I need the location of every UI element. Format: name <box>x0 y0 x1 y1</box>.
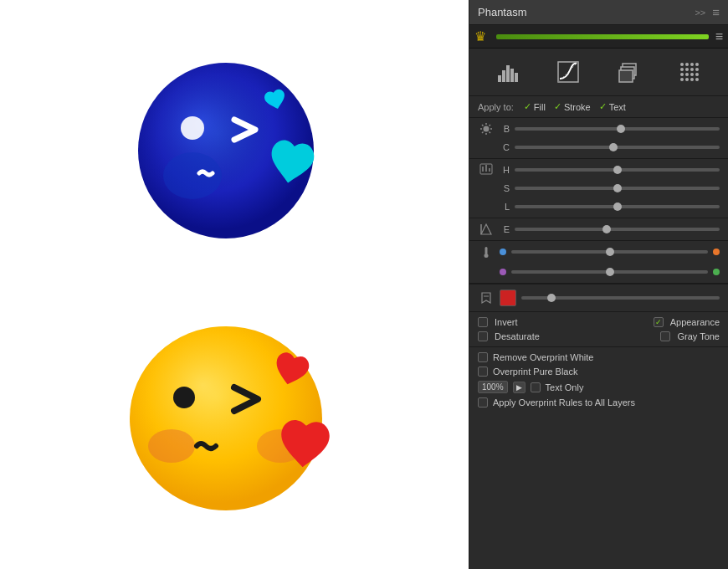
blue-emoji <box>126 46 343 247</box>
svg-point-28 <box>685 73 689 76</box>
swatch-slider[interactable] <box>521 296 720 300</box>
svg-rect-10 <box>502 70 505 82</box>
svg-line-42 <box>490 125 491 126</box>
svg-point-21 <box>690 63 694 66</box>
svg-rect-12 <box>510 69 514 82</box>
apply-overprint-label: Apply Overprint Rules to All Layers <box>493 397 635 408</box>
temperature-thumb-1[interactable] <box>606 248 614 256</box>
fill-checkmark: ✓ <box>524 101 531 112</box>
expand-icon[interactable]: >> <box>695 8 705 18</box>
bottom-options: Remove Overprint White Overprint Pure Bl… <box>469 346 728 413</box>
apply-overprint-checkbox[interactable] <box>478 397 488 408</box>
temperature-thumb-2[interactable] <box>606 268 614 276</box>
remove-overprint-checkbox[interactable] <box>478 352 488 362</box>
svg-point-25 <box>690 68 694 71</box>
mode-icon-curves[interactable] <box>551 55 585 89</box>
contrast-slider-row: C <box>478 140 720 155</box>
fill-check-item[interactable]: ✓ Fill <box>524 101 546 112</box>
svg-rect-13 <box>515 73 518 82</box>
invert-row: Invert Appearance <box>478 317 720 327</box>
percent-arrow[interactable]: ▶ <box>513 382 525 393</box>
crown-icon: ♛ <box>474 28 486 44</box>
mode-icon-histogram[interactable] <box>491 55 525 89</box>
text-label: Text <box>609 102 626 112</box>
svg-point-27 <box>680 73 684 76</box>
svg-marker-51 <box>482 293 490 303</box>
svg-line-40 <box>482 125 484 126</box>
b-label: B <box>500 124 510 134</box>
canvas-area <box>0 0 469 569</box>
text-check-item[interactable]: ✓ Text <box>599 101 626 112</box>
hue-thumb[interactable] <box>613 166 622 174</box>
svg-point-20 <box>685 63 689 66</box>
toolbar-menu-icon[interactable]: ≡ <box>715 29 723 44</box>
green-bar <box>496 34 709 39</box>
overprint-black-checkbox[interactable] <box>478 367 488 377</box>
svg-point-19 <box>680 63 684 66</box>
temperature-slider-1[interactable] <box>511 250 708 254</box>
remove-overprint-label: Remove Overprint White <box>493 352 593 362</box>
contrast-slider[interactable] <box>515 146 720 149</box>
e-slider[interactable] <box>515 228 720 231</box>
thermometer-icon <box>478 245 495 259</box>
svg-line-41 <box>490 132 491 134</box>
svg-rect-49 <box>485 247 488 254</box>
panel-toolbar: ♛ ≡ <box>469 25 728 49</box>
contrast-thumb[interactable] <box>609 143 618 151</box>
brightness-icon <box>478 122 495 136</box>
hue-slider[interactable] <box>515 168 720 172</box>
temperature-slider-2[interactable] <box>511 270 708 274</box>
text-checkmark: ✓ <box>599 101 607 112</box>
apply-to-row: Apply to: ✓ Fill ✓ Stroke ✓ Text <box>469 96 728 118</box>
mode-icons-row <box>469 49 728 96</box>
stroke-check-item[interactable]: ✓ Stroke <box>554 101 591 112</box>
lightness-slider[interactable] <box>515 205 720 208</box>
svg-point-32 <box>685 78 689 81</box>
panel-menu-icon[interactable]: ≡ <box>712 5 720 19</box>
e-label: E <box>500 224 510 234</box>
saturation-slider[interactable] <box>515 187 720 190</box>
invert-label: Invert <box>495 317 518 327</box>
svg-line-43 <box>482 132 484 134</box>
svg-point-33 <box>690 78 694 81</box>
svg-point-34 <box>695 78 699 81</box>
swatch-icon <box>478 291 495 305</box>
gray-tone-checkbox[interactable] <box>660 331 670 341</box>
hsl-icon <box>478 163 495 177</box>
brightness-slider[interactable] <box>515 127 720 131</box>
panel-title: Phantasm <box>478 6 527 18</box>
temp-dot-purple <box>500 269 506 275</box>
mode-icon-grid[interactable] <box>673 55 706 89</box>
text-only-checkbox[interactable] <box>531 382 541 392</box>
svg-point-50 <box>484 254 489 258</box>
appearance-checkbox[interactable] <box>654 317 664 327</box>
temp-row-1 <box>478 244 720 259</box>
apply-overprint-row: Apply Overprint Rules to All Layers <box>478 397 720 408</box>
panel-titlebar: Phantasm >> ≡ <box>469 0 728 25</box>
yellow-emoji-wrapper <box>117 305 351 523</box>
bc-sliders-group: B C <box>469 118 728 159</box>
lightness-thumb[interactable] <box>613 202 622 211</box>
brightness-slider-row: B <box>478 121 720 136</box>
apply-to-label: Apply to: <box>478 102 514 112</box>
svg-point-3 <box>181 116 204 140</box>
svg-rect-11 <box>506 65 510 82</box>
fill-label: Fill <box>534 102 546 112</box>
svg-point-23 <box>680 68 684 71</box>
options-section: Invert Appearance Desaturate Gray Tone <box>469 311 728 346</box>
temp-dot-green <box>713 269 720 275</box>
remove-overprint-row: Remove Overprint White <box>478 352 720 362</box>
saturation-thumb[interactable] <box>613 184 622 192</box>
percent-box[interactable]: 100% <box>478 381 508 393</box>
brightness-thumb[interactable] <box>617 125 625 133</box>
mode-icon-layers[interactable] <box>613 55 646 89</box>
l-label: L <box>500 202 510 212</box>
swatch-thumb[interactable] <box>547 294 556 302</box>
h-label: H <box>500 165 510 175</box>
desaturate-checkbox[interactable] <box>478 331 488 341</box>
invert-checkbox[interactable] <box>478 317 488 327</box>
e-thumb[interactable] <box>602 225 611 233</box>
s-label: S <box>500 183 510 193</box>
hsl-sliders-group: H S L <box>469 159 728 218</box>
color-swatch[interactable] <box>500 290 516 306</box>
